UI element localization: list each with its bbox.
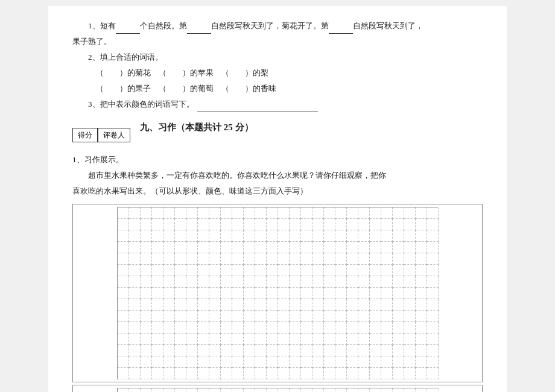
grid-cell (358, 288, 370, 299)
grid-cell (255, 242, 267, 253)
grid-cell (335, 299, 347, 311)
grid-cell (416, 356, 427, 368)
grid-cell (324, 207, 335, 219)
grid-cell (198, 322, 209, 334)
grid-cell (186, 207, 198, 219)
grid-cell (312, 322, 324, 334)
blank-line (197, 103, 318, 112)
grid-cell (404, 334, 416, 345)
grid-cell (312, 253, 324, 265)
grid-cell (324, 356, 335, 368)
grid-cell (427, 242, 439, 253)
grid-cell (141, 207, 152, 219)
grid-cell (324, 334, 335, 345)
grid-cell (175, 356, 186, 368)
grid-cell (416, 230, 427, 242)
grid-cell (198, 207, 209, 219)
grid-cell (290, 242, 301, 253)
grid-cell (267, 388, 278, 392)
grid-row (118, 368, 438, 379)
grid-cell (232, 322, 244, 334)
grid-cell (301, 388, 312, 392)
grid-cell (278, 322, 290, 334)
grid-cell (244, 322, 255, 334)
grid-cell (255, 288, 267, 299)
grid-cell (221, 265, 232, 276)
grid-cell (255, 311, 267, 322)
grid-cell (175, 276, 186, 288)
grid-cell (404, 388, 416, 392)
grid-cell (370, 230, 381, 242)
grid-cell (129, 207, 141, 219)
grid-cell (232, 388, 244, 392)
score-label: 得分 (72, 128, 98, 142)
grid-cell (209, 230, 221, 242)
grid-cell (175, 311, 186, 322)
grid-cell (129, 322, 141, 334)
grid-cell (301, 288, 312, 299)
grid-cell (278, 288, 290, 299)
grid-cell (152, 265, 163, 276)
grid-cell (301, 311, 312, 322)
grid-cell (255, 388, 267, 392)
paper: 1、短有个自然段。第自然段写秋天到了，菊花开了。第自然段写秋天到了， 果子熟了。… (48, 6, 507, 392)
grid-cell (427, 334, 439, 345)
grid-cell (312, 276, 324, 288)
grid-cell (381, 311, 393, 322)
grid-cell (370, 356, 381, 368)
grid-cell (129, 242, 141, 253)
grid-row (118, 207, 438, 219)
grid-cell (393, 253, 404, 265)
grid-cell (198, 230, 209, 242)
grid-cell (312, 311, 324, 322)
writing-grid-1 (72, 204, 483, 382)
grid-cell (427, 265, 439, 276)
grid-cell (186, 219, 198, 230)
grid-cell (244, 299, 255, 311)
grid-cell (198, 356, 209, 368)
grid-cell (141, 288, 152, 299)
grid-cell (393, 322, 404, 334)
grid-cell (404, 219, 416, 230)
grid-cell (244, 288, 255, 299)
grid-cell (290, 219, 301, 230)
grid-cell (175, 242, 186, 253)
grid-cell (186, 253, 198, 265)
grid-cell (244, 242, 255, 253)
grid-cell (335, 288, 347, 299)
grid-cell (427, 219, 439, 230)
grid-cell (209, 322, 221, 334)
grid-cell (278, 242, 290, 253)
grid-cell (118, 388, 129, 392)
grid-cell (221, 299, 232, 311)
grid-cell (118, 368, 129, 379)
grid-cell (163, 253, 175, 265)
grid-cell (324, 299, 335, 311)
grid-cell (370, 388, 381, 392)
grid-cell (221, 230, 232, 242)
grid-cell (335, 207, 347, 219)
grid-cell (347, 322, 358, 334)
grid-cell (152, 207, 163, 219)
grid-cell (186, 334, 198, 345)
grid-cell (232, 311, 244, 322)
grid-cell (381, 230, 393, 242)
grid-cell (301, 265, 312, 276)
grid-cell (118, 356, 129, 368)
blank-3 (329, 24, 353, 34)
grid-cell (198, 368, 209, 379)
grid-cell (163, 356, 175, 368)
grid-cell (358, 311, 370, 322)
grid-cell (118, 230, 129, 242)
grid-row (118, 345, 438, 356)
grid-cell (416, 265, 427, 276)
grid-cell (416, 242, 427, 253)
grid-cell (175, 288, 186, 299)
grid-cell (347, 368, 358, 379)
grid-cell (278, 345, 290, 356)
grid-cell (370, 334, 381, 345)
grid-cell (312, 207, 324, 219)
grid-cell (232, 288, 244, 299)
grid-cell (312, 356, 324, 368)
subtitle: 1、习作展示。 (72, 152, 483, 168)
